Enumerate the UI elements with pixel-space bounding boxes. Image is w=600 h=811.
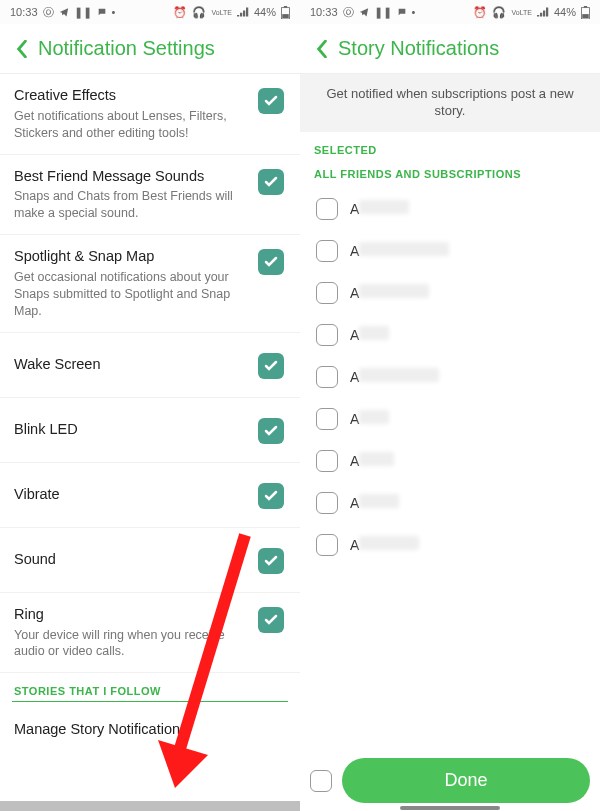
app-header: Story Notifications <box>300 24 600 74</box>
check-icon <box>263 553 279 569</box>
checkbox-checked[interactable] <box>258 548 284 574</box>
friend-initial: A <box>350 201 359 217</box>
signal-icon <box>237 7 249 17</box>
setting-title: Vibrate <box>14 485 248 504</box>
checkbox-unchecked[interactable] <box>316 324 338 346</box>
friend-initial: A <box>350 453 359 469</box>
checkbox-unchecked[interactable] <box>316 366 338 388</box>
checkbox-unchecked[interactable] <box>310 770 332 792</box>
signal-icon <box>537 7 549 17</box>
setting-sub: Snaps and Chats from Best Friends will m… <box>14 188 248 222</box>
check-icon <box>263 612 279 628</box>
section-stories-follow: STORIES THAT I FOLLOW <box>12 673 288 702</box>
setting-title: Blink LED <box>14 420 248 439</box>
checkbox-checked[interactable] <box>258 418 284 444</box>
friend-initial: A <box>350 537 359 553</box>
checkbox-unchecked[interactable] <box>316 534 338 556</box>
redacted-name <box>359 242 449 256</box>
setting-title: Best Friend Message Sounds <box>14 167 248 186</box>
setting-vibrate[interactable]: Vibrate <box>0 463 300 528</box>
friend-row[interactable]: A <box>300 440 600 482</box>
duo-icon: ⓞ <box>43 5 54 20</box>
battery-icon <box>281 6 290 19</box>
redacted-name <box>359 536 419 550</box>
setting-wake-screen[interactable]: Wake Screen <box>0 333 300 398</box>
battery-icon <box>581 6 590 19</box>
checkbox-unchecked[interactable] <box>316 492 338 514</box>
pause-icon: ❚❚ <box>374 6 392 19</box>
checkbox-unchecked[interactable] <box>316 282 338 304</box>
friend-row[interactable]: A <box>300 272 600 314</box>
checkbox-checked[interactable] <box>258 483 284 509</box>
friend-initial: A <box>350 369 359 385</box>
done-button[interactable]: Done <box>342 758 590 803</box>
friends-list[interactable]: A A A A A A A <box>300 188 600 811</box>
setting-ring[interactable]: Ring Your device will ring when you rece… <box>0 593 300 674</box>
volte-icon: VoLTE <box>511 9 532 16</box>
setting-title: Ring <box>14 605 248 624</box>
status-time: 10:33 <box>310 6 338 18</box>
setting-title: Spotlight & Snap Map <box>14 247 248 266</box>
done-bar: Done <box>310 758 590 803</box>
app-header: Notification Settings <box>0 24 300 74</box>
friend-initial: A <box>350 285 359 301</box>
telegram-icon <box>359 7 369 17</box>
checkbox-checked[interactable] <box>258 353 284 379</box>
friend-row[interactable]: A <box>300 230 600 272</box>
chevron-left-icon <box>315 40 329 58</box>
chat-icon <box>97 7 107 17</box>
redacted-name <box>359 452 394 466</box>
check-icon <box>263 358 279 374</box>
setting-creative-effects[interactable]: Creative Effects Get notifications about… <box>0 74 300 155</box>
back-button[interactable] <box>6 33 38 65</box>
alarm-icon: ⏰ <box>173 6 187 19</box>
checkbox-checked[interactable] <box>258 607 284 633</box>
setting-title: Wake Screen <box>14 355 248 374</box>
setting-title: Manage Story Notifications <box>14 720 274 739</box>
checkbox-unchecked[interactable] <box>316 240 338 262</box>
friend-initial: A <box>350 495 359 511</box>
more-icon: • <box>112 6 116 18</box>
check-icon <box>263 93 279 109</box>
info-banner: Get notified when subscriptions post a n… <box>300 74 600 132</box>
status-bar: 10:33 ⓞ ❚❚ • ⏰ 🎧 VoLTE 44% <box>300 0 600 24</box>
redacted-name <box>359 200 409 214</box>
friend-row[interactable]: A <box>300 482 600 524</box>
check-icon <box>263 174 279 190</box>
setting-title: Creative Effects <box>14 86 248 105</box>
redacted-name <box>359 410 389 424</box>
alarm-icon: ⏰ <box>473 6 487 19</box>
setting-title: Sound <box>14 550 248 569</box>
friend-initial: A <box>350 243 359 259</box>
checkbox-unchecked[interactable] <box>316 198 338 220</box>
checkbox-checked[interactable] <box>258 169 284 195</box>
friend-initial: A <box>350 327 359 343</box>
checkbox-unchecked[interactable] <box>316 450 338 472</box>
nav-handle[interactable] <box>400 806 500 810</box>
status-bar: 10:33 ⓞ ❚❚ • ⏰ 🎧 VoLTE 44% <box>0 0 300 24</box>
manage-story-notifications[interactable]: Manage Story Notifications <box>0 702 300 757</box>
setting-sound[interactable]: Sound <box>0 528 300 593</box>
checkbox-checked[interactable] <box>258 88 284 114</box>
check-icon <box>263 423 279 439</box>
setting-sub: Your device will ring when you receive a… <box>14 627 248 661</box>
svg-rect-2 <box>282 14 289 18</box>
chevron-left-icon <box>15 40 29 58</box>
friend-row[interactable]: A <box>300 524 600 566</box>
checkbox-checked[interactable] <box>258 249 284 275</box>
setting-spotlight-snapmap[interactable]: Spotlight & Snap Map Get occasional noti… <box>0 235 300 332</box>
duo-icon: ⓞ <box>343 5 354 20</box>
setting-sub: Get occasional notifications about your … <box>14 269 248 320</box>
checkbox-unchecked[interactable] <box>316 408 338 430</box>
status-battery: 44% <box>554 6 576 18</box>
setting-best-friend-sounds[interactable]: Best Friend Message Sounds Snaps and Cha… <box>0 155 300 236</box>
friend-row[interactable]: A <box>300 356 600 398</box>
page-title: Notification Settings <box>38 37 215 60</box>
friend-row[interactable]: A <box>300 398 600 440</box>
friend-row[interactable]: A <box>300 314 600 356</box>
screen-story-notifications: 10:33 ⓞ ❚❚ • ⏰ 🎧 VoLTE 44% Story Notific… <box>300 0 600 811</box>
friend-row[interactable]: A <box>300 188 600 230</box>
back-button[interactable] <box>306 33 338 65</box>
setting-blink-led[interactable]: Blink LED <box>0 398 300 463</box>
check-icon <box>263 488 279 504</box>
